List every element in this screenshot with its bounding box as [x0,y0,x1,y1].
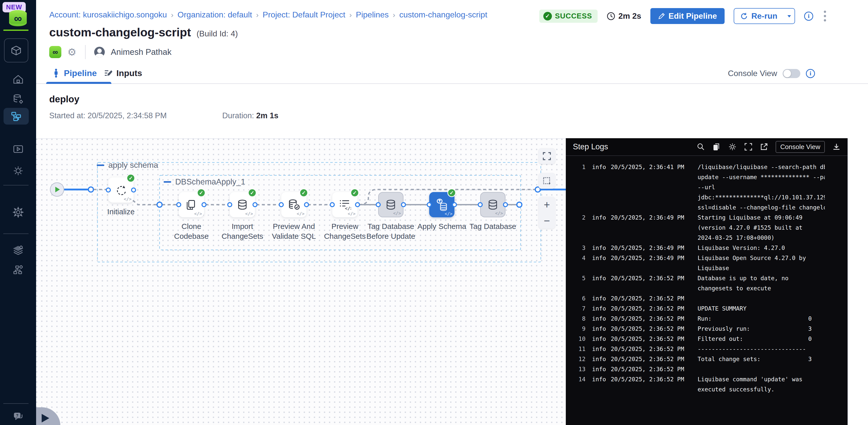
code-badge-icon: </> [348,211,355,216]
log-line: 10info20/5/2025, 2:36:52 PMFiltered out:… [566,334,847,344]
module-ci-icon: ∞ [49,46,61,58]
tab-pipeline[interactable]: Pipeline [52,68,97,78]
connector-dot[interactable] [478,202,483,207]
rerun-button[interactable]: Re-run [734,8,795,24]
code-badge-icon: </> [194,211,202,216]
log-message: Previously run:3 [688,324,825,334]
log-line-number: 5 [566,273,586,283]
open-in-new-icon[interactable] [760,143,768,151]
copy-icon[interactable] [712,143,720,151]
log-timestamp: 20/5/2025, 2:36:49 PM [610,213,688,223]
pipelines-icon[interactable] [3,108,29,124]
breadcrumb-item[interactable]: Organization: default [178,10,252,20]
stage-group-label[interactable]: apply schema [97,161,158,170]
connector-dot[interactable] [376,202,381,207]
collapse-icon[interactable] [164,181,171,183]
log-timestamp: 20/5/2025, 2:36:52 PM [610,364,688,374]
gear-icon[interactable] [728,142,737,151]
database-dark-icon [487,199,499,211]
log-level: info [586,253,610,263]
zoom-out-button[interactable]: − [538,213,555,229]
log-output[interactable]: 1info20/5/2025, 2:36:41 PM/liquibase/liq… [566,156,847,394]
log-line: 11info20/5/2025, 2:36:52 PM-------------… [566,344,847,354]
stepgroup-label[interactable]: DBSchemaApply_1 [164,177,245,187]
log-line: 1info20/5/2025, 2:36:41 PM/liquibase/liq… [566,162,847,213]
console-view-info-icon[interactable]: i [806,69,815,78]
pipeline-node-tag-database-before-update[interactable]: </> [378,192,403,217]
code-badge-icon: </> [297,211,305,216]
connector-dot[interactable] [452,202,457,207]
org-tree-gear-icon[interactable] [0,263,36,277]
build-id: (Build Id: 4) [196,29,238,38]
info-icon[interactable]: i [804,11,813,21]
connector-dot[interactable] [131,188,136,193]
log-line-number: 14 [566,374,586,384]
connector-dot[interactable] [252,202,257,207]
breadcrumb-item[interactable]: Pipelines [356,10,389,20]
breadcrumb-item[interactable]: custom-changelog-script [399,10,487,20]
log-message: Liquibase Version: 4.27.0 [688,243,825,253]
pipeline-canvas[interactable]: apply schema DBSchemaApply_1 </>✓Initial… [36,138,566,425]
settings-gear-icon[interactable] [0,205,36,219]
pipeline-node-tag-database[interactable]: </> [480,192,505,217]
log-level: info [586,213,610,223]
connector-dot[interactable] [427,202,432,207]
database-devops-logo[interactable]: ∞ [9,10,27,26]
collapse-icon[interactable] [97,165,104,166]
marquee-select-icon[interactable] [538,173,555,189]
connector-dot[interactable] [355,202,360,207]
log-message: Liquibase Open Source 4.27.0 byLiquibase [688,253,825,273]
svg-text:</>: </> [345,206,351,211]
tab-inputs[interactable]: Inputs [104,68,142,78]
chevron-down-icon[interactable] [786,13,792,19]
breadcrumb-item[interactable]: Project: Default Project [262,10,345,20]
database-up-icon [435,198,448,211]
success-check-icon: ✓ [543,12,552,21]
code-badge-icon: </> [495,211,503,216]
log-level: info [586,273,610,283]
expand-icon[interactable] [538,148,555,164]
pipeline-settings-gear-icon[interactable]: ⚙ [67,47,76,57]
sidebar-divider [3,185,29,186]
connector-dot[interactable] [330,202,335,207]
log-level: info [586,344,610,354]
refresh-icon [114,183,127,197]
log-level: info [586,334,610,344]
console-view-toggle[interactable] [783,69,800,78]
connector-dot[interactable] [279,202,284,207]
log-timestamp: 20/5/2025, 2:36:52 PM [610,374,688,384]
connector-dot[interactable] [401,202,406,207]
success-check-icon: ✓ [447,189,456,197]
more-options-menu[interactable] [822,9,828,23]
zoom-in-button[interactable]: + [538,197,555,213]
download-icon[interactable] [832,143,840,151]
stage-duration: Duration: 2m 1s [222,111,278,120]
stage-started-at: Started at: 20/5/2025, 2:34:58 PM [49,111,167,120]
gear-icon[interactable] [0,164,36,178]
search-icon[interactable] [697,143,705,151]
home-icon[interactable] [0,73,36,86]
avatar [94,47,105,57]
console-view-button[interactable]: Console View [776,141,825,153]
breadcrumb-item[interactable]: Account: kurosakiichigo.songoku [49,10,167,20]
connector-dot[interactable] [227,202,232,207]
fullscreen-icon[interactable] [744,143,752,151]
edit-pipeline-button[interactable]: Edit Pipeline [650,8,724,24]
log-line: 12info20/5/2025, 2:36:52 PMTotal change … [566,354,847,364]
connector-dot[interactable] [176,202,181,207]
log-line: 4info20/5/2025, 2:36:49 PMLiquibase Open… [566,253,847,273]
code-badge-icon: </> [444,211,453,216]
log-message: Starting Liquibase at 09:06:49(version 4… [688,213,825,243]
database-gear-icon[interactable] [0,92,36,106]
executions-icon[interactable] [0,142,36,156]
scrollbar-gutter[interactable] [847,138,868,425]
log-level: info [586,374,610,384]
connector-dot[interactable] [304,202,309,207]
module-cube-icon[interactable] [4,38,28,62]
connector-dot[interactable] [503,202,508,207]
layers-gear-icon[interactable] [0,243,36,257]
connector-dot[interactable] [202,202,207,207]
connector-dot[interactable] [106,188,111,193]
left-nav-sidebar: NEW ∞ ? [0,0,36,425]
help-chat-icon[interactable]: ? [0,410,36,424]
